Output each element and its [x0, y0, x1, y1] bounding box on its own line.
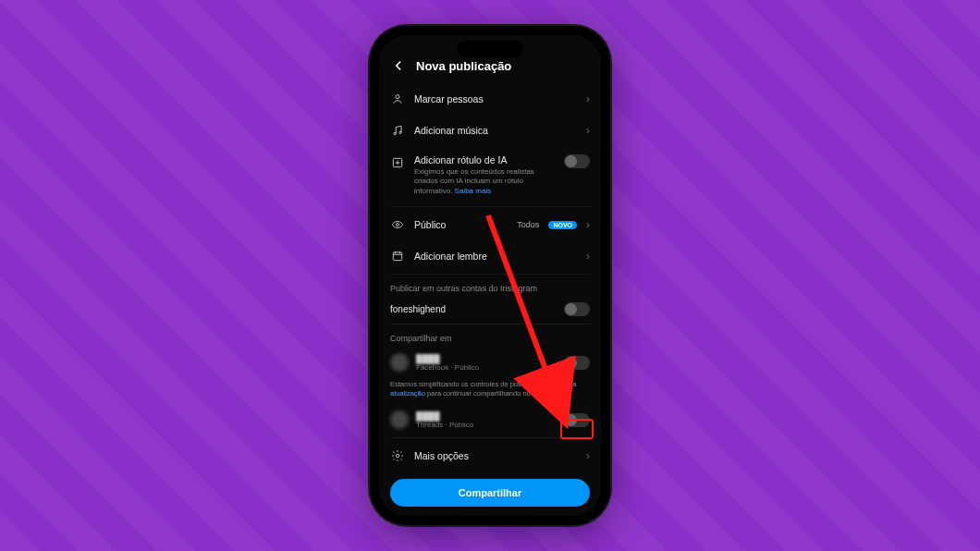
learn-more-link[interactable]: Saiba mais [455, 187, 492, 195]
gear-icon [390, 448, 405, 463]
phone-frame: Nova publicação Marcar pessoas › Adicion… [370, 26, 610, 525]
facebook-account-name: ████ [416, 354, 557, 363]
ai-label-sub: Exigimos que os conteúdos realistas cria… [414, 167, 555, 196]
add-music-label: Adicionar música [414, 125, 577, 136]
threads-account-name: ████ [416, 411, 557, 421]
svg-rect-5 [393, 252, 401, 261]
add-reminder-label: Adicionar lembre [414, 251, 577, 262]
audience-value: Todos [517, 220, 539, 229]
facebook-avatar [390, 353, 409, 372]
ai-label-toggle[interactable] [564, 154, 590, 168]
svg-point-2 [399, 131, 401, 133]
ig-account-row[interactable]: foneshighend [390, 297, 590, 322]
ai-label-row[interactable]: Adicionar rótulo de IA Exigimos que os c… [390, 146, 590, 204]
threads-avatar [390, 410, 409, 429]
person-icon [390, 92, 405, 106]
audience-label: Público [414, 219, 508, 230]
ai-label-title: Adicionar rótulo de IA [414, 154, 555, 165]
ig-account-name: foneshighend [390, 304, 555, 314]
ig-account-toggle[interactable] [564, 302, 590, 316]
add-reminder-row[interactable]: Adicionar lembre › [390, 240, 590, 272]
threads-account-row[interactable]: ████ Threads · Público [390, 404, 590, 435]
tag-people-row[interactable]: Marcar pessoas › [390, 83, 590, 115]
chevron-right-icon: › [586, 92, 590, 105]
chevron-right-icon: › [586, 124, 590, 137]
app-screen: Nova publicação Marcar pessoas › Adicion… [379, 35, 601, 516]
facebook-account-row[interactable]: ████ Facebook · Público [390, 347, 590, 378]
more-options-row[interactable]: Mais opções › [390, 440, 590, 471]
chevron-right-icon: › [586, 250, 590, 263]
threads-toggle[interactable] [564, 413, 590, 427]
music-icon [390, 123, 405, 138]
threads-account-sub: Threads · Público [416, 421, 557, 429]
settings-content: Marcar pessoas › Adicionar música › Adic… [379, 83, 601, 475]
other-accounts-section: Publicar em outras contas do Instagram [390, 276, 590, 297]
svg-point-0 [396, 95, 399, 99]
more-options-label: Mais opções [414, 450, 577, 461]
add-music-row[interactable]: Adicionar música › [390, 115, 590, 146]
facebook-toggle[interactable] [564, 356, 590, 370]
tag-people-label: Marcar pessoas [414, 93, 577, 104]
svg-point-6 [396, 455, 399, 459]
ai-label-col: Adicionar rótulo de IA Exigimos que os c… [414, 154, 555, 196]
facebook-account-sub: Facebook · Público [416, 363, 557, 372]
sparkle-icon [390, 155, 405, 170]
page-title: Nova publicação [416, 59, 511, 73]
svg-point-1 [394, 132, 396, 134]
chevron-right-icon: › [586, 449, 590, 462]
eye-icon [390, 217, 405, 232]
chevron-right-icon: › [586, 218, 590, 231]
new-badge: NOVO [548, 221, 577, 229]
calendar-icon [390, 249, 405, 263]
phone-notch [457, 41, 523, 57]
share-button[interactable]: Compartilhar [390, 479, 590, 507]
share-on-section: Compartilhar em [390, 326, 590, 347]
svg-point-4 [397, 224, 399, 227]
audience-row[interactable]: Público Todos NOVO › [390, 209, 590, 240]
back-arrow-icon[interactable] [390, 57, 407, 74]
facebook-disclaimer: Estamos simplificando os controles de pú… [390, 378, 590, 404]
